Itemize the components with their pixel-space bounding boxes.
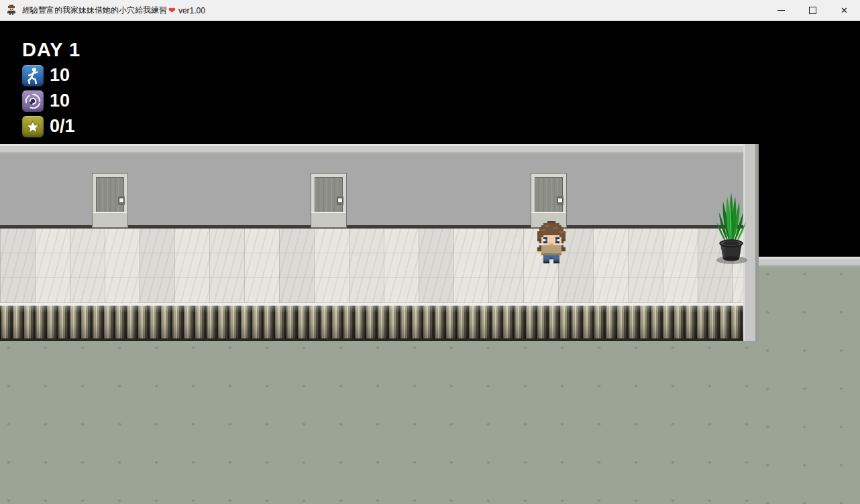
window-title-text: 經驗豐富的我家妹妹借她的小穴給我練習 [22, 5, 167, 16]
door-knob [337, 198, 343, 203]
maximize-icon [809, 7, 816, 14]
door-kick-plate [311, 212, 346, 227]
stat-value-quests: 0/1 [50, 116, 75, 137]
wall-trim-bottom-right [746, 257, 860, 267]
hud: DAY 1 10 [22, 39, 80, 137]
player-character[interactable] [535, 221, 568, 263]
ledge-bottom-edge [0, 338, 743, 341]
hallway-marble-floor[interactable] [0, 229, 746, 303]
titlebar[interactable]: 經驗豐富的我家妹妹借她的小穴給我練習 ❤ ver1.00 ✕ [0, 0, 860, 21]
window-controls: ✕ [765, 0, 860, 21]
door-knob [119, 198, 124, 203]
close-button[interactable]: ✕ [828, 0, 860, 21]
app-icon [6, 5, 17, 15]
heart-icon: ❤ [168, 5, 176, 15]
runner-icon [22, 65, 44, 86]
minimize-icon [777, 10, 785, 11]
window-title-version: ver1.00 [178, 6, 205, 15]
game-canvas[interactable]: DAY 1 10 [0, 21, 860, 504]
door[interactable] [311, 173, 347, 228]
day-counter: DAY 1 [22, 39, 80, 61]
stat-value-moves: 10 [50, 65, 70, 86]
close-icon: ✕ [841, 6, 848, 15]
stat-value-energy: 10 [50, 90, 70, 111]
maximize-button[interactable] [797, 0, 828, 21]
door[interactable] [531, 173, 567, 228]
potted-plant [714, 190, 749, 265]
stat-row-quests: 0/1 [22, 115, 80, 137]
ground-floor[interactable] [0, 341, 860, 504]
wall-trim-top [0, 144, 759, 153]
game-window: 經驗豐富的我家妹妹借她的小穴給我練習 ❤ ver1.00 ✕ [0, 0, 860, 504]
ground-floor-right[interactable] [759, 267, 860, 504]
star-icon [22, 116, 44, 137]
metal-slat-ledge [0, 306, 743, 338]
swirl-icon [22, 90, 44, 112]
door-kick-plate [93, 212, 127, 227]
stat-row-moves: 10 [22, 64, 80, 86]
door-knob [557, 198, 563, 203]
door[interactable] [92, 173, 128, 228]
minimize-button[interactable] [765, 0, 797, 21]
window-title: 經驗豐富的我家妹妹借她的小穴給我練習 ❤ ver1.00 [22, 0, 205, 21]
stat-row-energy: 10 [22, 90, 80, 112]
